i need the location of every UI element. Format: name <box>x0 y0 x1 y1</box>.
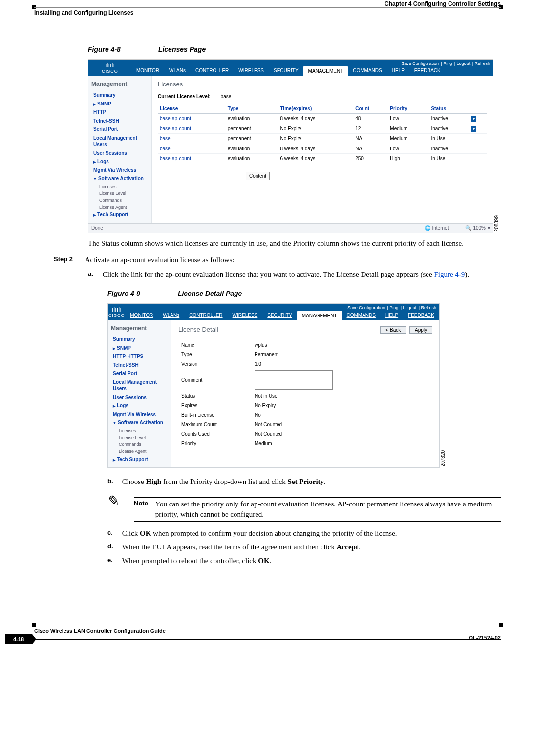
sidenav-sub-license-agent[interactable]: License Agent <box>91 204 149 210</box>
zoom-icon: 🔍 <box>465 225 471 231</box>
detail-value: No Expiry <box>252 401 336 411</box>
sidenav: Management SummarySNMPHTTPTelnet-SSHSeri… <box>88 76 152 223</box>
sidenav-item-http-https[interactable]: HTTP-HTTPS <box>111 352 168 361</box>
substep-d-body: When the EULA appears, read the terms of… <box>122 542 501 552</box>
sidenav-sub-licenses[interactable]: Licenses <box>111 427 168 434</box>
nav-tab-monitor[interactable]: MONITOR <box>125 310 158 321</box>
cell-count: 48 <box>353 114 388 124</box>
nav-tab-controller[interactable]: CONTROLLER <box>184 310 227 321</box>
nav-tab-management[interactable]: MANAGEMENT <box>303 66 348 77</box>
license-link[interactable]: base <box>158 144 226 154</box>
top-link-ping[interactable]: | Ping <box>440 61 452 66</box>
table-row: base-ap-countpermanentNo Expiry12MediumI… <box>158 124 487 134</box>
sidenav-item-telnet-ssh[interactable]: Telnet-SSH <box>111 361 168 370</box>
top-link-refresh[interactable]: | Refresh <box>417 305 436 310</box>
sidenav-sub-commands[interactable]: Commands <box>91 197 149 204</box>
substep-e: e. When prompted to reboot the controlle… <box>107 556 501 566</box>
license-link[interactable]: base-ap-count <box>158 154 226 164</box>
sidenav-item-summary[interactable]: Summary <box>91 91 149 100</box>
top-link-ping[interactable]: | Ping <box>386 305 398 310</box>
sidenav-item-telnet-ssh[interactable]: Telnet-SSH <box>91 117 149 126</box>
figure-4-9-id: 207320 <box>440 450 447 466</box>
sidenav-item-tech-support[interactable]: Tech Support <box>111 455 168 464</box>
sidenav-item-snmp[interactable]: SNMP <box>91 100 149 108</box>
cell-time: 8 weeks, 4 days <box>278 114 353 124</box>
top-links-49: Save Configuration | Ping | Logout | Ref… <box>346 305 436 311</box>
cell-time: 8 weeks, 4 days <box>278 144 353 154</box>
sidenav-item-local-management-users[interactable]: Local Management Users <box>111 378 168 393</box>
detail-header: License Detail < Back Apply <box>178 325 432 336</box>
sidenav-sub-license-level[interactable]: License Level <box>91 190 149 197</box>
row-action[interactable]: ▾ <box>469 124 487 134</box>
sidenav-item-software-activation[interactable]: Software Activation <box>91 174 149 183</box>
nav-tab-commands[interactable]: COMMANDS <box>342 310 381 321</box>
top-link-logout[interactable]: | Logout <box>399 305 416 310</box>
nav-tab-commands[interactable]: COMMANDS <box>348 65 386 76</box>
detail-label: Expires <box>178 401 252 411</box>
sidenav-item-tech-support[interactable]: Tech Support <box>91 210 149 219</box>
nav-tab-help[interactable]: HELP <box>387 65 409 76</box>
sidenav-item-logs[interactable]: Logs <box>91 157 149 166</box>
sidenav-sub-licenses[interactable]: Licenses <box>91 183 149 190</box>
nav-tab-security[interactable]: SECURITY <box>269 65 303 76</box>
substep-a-label: a. <box>88 270 101 278</box>
footer-doc-id: OL-21524-02 <box>469 634 501 642</box>
nav-tab-security[interactable]: SECURITY <box>262 310 297 321</box>
substep-a: a. Click the link for the ap-count evalu… <box>88 270 501 279</box>
xref-figure-4-9[interactable]: Figure 4-9 <box>434 271 465 278</box>
nav-tab-monitor[interactable]: MONITOR <box>131 65 164 76</box>
license-link[interactable]: base-ap-count <box>158 124 226 134</box>
apply-button[interactable]: Apply <box>409 326 432 334</box>
detail-value: 1.0 <box>252 359 336 369</box>
sidenav-item-software-activation[interactable]: Software Activation <box>111 419 168 427</box>
back-button[interactable]: < Back <box>380 326 406 334</box>
sidenav-item-http[interactable]: HTTP <box>91 108 149 117</box>
sidenav-item-mgmt-via-wireless[interactable]: Mgmt Via Wireless <box>91 166 149 175</box>
detail-row: Maximum CountNot Counted <box>178 420 336 430</box>
table-row: basepermanentNo ExpiryNAMediumIn Use <box>158 134 487 144</box>
top-link-save-configuration[interactable]: Save Configuration <box>401 61 439 66</box>
top-link-refresh[interactable]: | Refresh <box>471 61 490 66</box>
comment-textarea[interactable] <box>255 370 333 390</box>
sidenav-sub-license-agent[interactable]: License Agent <box>111 448 168 455</box>
nav-tab-feedback[interactable]: FEEDBACK <box>403 310 439 321</box>
cisco-brand-text: CISCO <box>102 69 118 74</box>
zoom-dropdown-icon[interactable]: ▾ <box>488 225 490 231</box>
table-row: base-ap-countevaluation8 weeks, 4 days48… <box>158 114 487 124</box>
license-link[interactable]: base-ap-count <box>158 114 226 124</box>
sidenav-item-summary[interactable]: Summary <box>111 335 168 344</box>
license-link[interactable]: base <box>158 134 226 144</box>
content-button[interactable]: Content <box>246 172 270 181</box>
sidenav-item-snmp[interactable]: SNMP <box>111 344 168 353</box>
detail-row: PriorityMedium <box>178 439 336 449</box>
nav-tab-wlans[interactable]: WLANs <box>158 310 184 321</box>
sidenav-sub-commands[interactable]: Commands <box>111 441 168 448</box>
nav-tab-controller[interactable]: CONTROLLER <box>191 65 234 76</box>
dropdown-icon[interactable]: ▾ <box>471 126 476 132</box>
nav-tab-wireless[interactable]: WIRELESS <box>234 65 269 76</box>
status-zoom: 100% <box>473 225 486 231</box>
row-action <box>469 134 487 144</box>
top-link-logout[interactable]: | Logout <box>453 61 470 66</box>
cell-count: 12 <box>353 124 388 134</box>
nav-tab-management[interactable]: MANAGEMENT <box>297 311 342 321</box>
detail-value[interactable] <box>252 369 336 391</box>
nav-tab-feedback[interactable]: FEEDBACK <box>409 65 446 76</box>
row-action[interactable]: ▾ <box>469 114 487 124</box>
top-link-save-configuration[interactable]: Save Configuration <box>347 305 385 310</box>
note-pencil-icon: ✎ <box>106 491 121 511</box>
nav-tab-wireless[interactable]: WIRELESS <box>228 310 263 321</box>
substep-b-label: b. <box>107 477 120 485</box>
sidenav-item-user-sessions[interactable]: User Sessions <box>91 149 149 158</box>
nav-tab-wlans[interactable]: WLANs <box>164 65 191 76</box>
substep-a-post: ). <box>465 271 469 278</box>
sidenav-sub-license-level[interactable]: License Level <box>111 434 168 441</box>
sidenav-item-mgmt-via-wireless[interactable]: Mgmt Via Wireless <box>111 410 168 419</box>
sidenav-item-logs[interactable]: Logs <box>111 401 168 410</box>
sidenav-item-local-management-users[interactable]: Local Management Users <box>91 134 149 149</box>
sidenav-item-user-sessions[interactable]: User Sessions <box>111 393 168 402</box>
sidenav-item-serial-port[interactable]: Serial Port <box>111 369 168 378</box>
nav-tab-help[interactable]: HELP <box>381 310 403 321</box>
sidenav-item-serial-port[interactable]: Serial Port <box>91 125 149 134</box>
dropdown-icon[interactable]: ▾ <box>471 116 476 122</box>
